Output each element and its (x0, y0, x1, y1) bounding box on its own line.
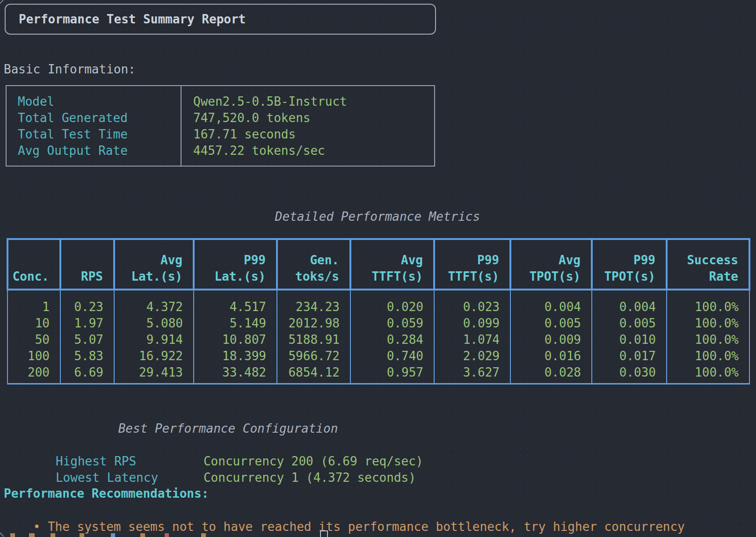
metrics-table-title: Detailed Performance Metrics (7, 209, 749, 225)
terminal-cursor (320, 530, 328, 537)
table-cell: 0.957 (350, 364, 434, 384)
table-cell: 5.07 (60, 332, 114, 348)
table-cell: 0.009 (510, 332, 592, 348)
info-value: 747,520.0 tokens (193, 110, 434, 126)
metrics-table: Conc.RPSAvg Lat.(s)P99 Lat.(s)Gen. toks/… (7, 238, 750, 385)
table-cell: 5.080 (114, 315, 194, 332)
table-cell: 0.005 (510, 315, 592, 332)
table-cell: 100.0% (667, 332, 749, 348)
metrics-header-row: Conc.RPSAvg Lat.(s)P99 Lat.(s)Gen. toks/… (7, 239, 749, 290)
table-cell: 10 (7, 315, 60, 332)
table-cell: 0.016 (510, 348, 592, 364)
report-title: Performance Test Summary Report (19, 11, 246, 28)
clipped-glyph-fragment (140, 533, 145, 537)
metrics-header: Conc.RPSAvg Lat.(s)P99 Lat.(s)Gen. toks/… (7, 239, 749, 290)
recommendations-heading: Performance Recommendations: (4, 486, 209, 502)
table-cell: 200 (7, 364, 60, 384)
table-cell: 0.23 (60, 290, 114, 315)
clipped-glyph-fragment (10, 533, 15, 537)
table-cell: 2012.98 (277, 315, 350, 332)
column-header: Avg TPOT(s) (510, 239, 592, 290)
info-value: 4457.22 tokens/sec (193, 143, 434, 159)
table-cell: 0.740 (350, 348, 434, 364)
metrics-body: 10.234.3724.517234.230.0200.0230.0040.00… (7, 290, 749, 384)
column-header: P99 TTFT(s) (434, 239, 510, 290)
table-cell: 0.010 (592, 332, 667, 348)
clipped-glyph-fragment (80, 533, 84, 537)
table-cell: 5188.91 (277, 332, 350, 348)
table-cell: 4.517 (194, 290, 277, 315)
clipped-glyph-fragment (51, 533, 55, 537)
clipped-glyph-fragment (0, 0, 4, 5)
best-config-label: Lowest Latency (56, 470, 204, 486)
best-config-rows: Highest RPSConcurrency 200 (6.69 req/sec… (12, 437, 423, 470)
table-cell: 6.69 (60, 364, 114, 384)
table-cell: 5.83 (60, 348, 114, 364)
table-row: 1005.8316.92218.3995966.720.7402.0290.01… (7, 348, 749, 364)
info-label: Model (18, 94, 181, 110)
table-cell: 100.0% (667, 364, 749, 384)
terminal-screen: Performance Test Summary Report Basic In… (0, 0, 756, 537)
table-row: 505.079.91410.8075188.910.2841.0740.0090… (7, 332, 749, 348)
column-header: P99 Lat.(s) (194, 239, 277, 290)
clipped-glyph-fragment (201, 533, 206, 537)
recommendation-item: • The system seems not to have reached i… (4, 502, 685, 537)
table-cell: 0.028 (510, 364, 592, 384)
info-value: Qwen2.5-0.5B-Instruct (193, 94, 434, 110)
table-cell: 10.807 (194, 332, 277, 348)
table-cell: 4.372 (114, 290, 194, 315)
column-header: Avg Lat.(s) (114, 239, 194, 290)
table-row: 2006.6929.41333.4826854.120.9573.6270.02… (7, 364, 749, 384)
table-cell: 100 (7, 348, 60, 364)
table-cell: 234.23 (277, 290, 350, 315)
basic-info-labels: ModelTotal GeneratedTotal Test TimeAvg O… (7, 86, 181, 166)
best-config-value: Concurrency 200 (6.69 req/sec) (204, 454, 423, 468)
table-cell: 29.413 (114, 364, 194, 384)
table-cell: 1.074 (434, 332, 510, 348)
table-cell: 0.020 (350, 290, 434, 315)
table-cell: 5.149 (194, 315, 277, 332)
table-cell: 0.030 (592, 364, 667, 384)
table-row: 101.975.0805.1492012.980.0590.0990.0050.… (7, 315, 749, 332)
table-cell: 16.922 (114, 348, 194, 364)
best-config-row: Highest RPSConcurrency 200 (6.69 req/sec… (12, 437, 423, 453)
table-cell: 0.099 (434, 315, 510, 332)
table-cell: 5966.72 (277, 348, 350, 364)
recommendation-text: The system seems not to have reached its… (48, 520, 685, 534)
table-cell: 0.004 (510, 290, 592, 315)
info-label: Total Generated (18, 110, 181, 126)
info-label: Avg Output Rate (18, 143, 181, 159)
column-header: Success Rate (667, 239, 749, 290)
table-cell: 100.0% (667, 348, 749, 364)
column-header: Gen. toks/s (277, 239, 350, 290)
table-cell: 0.284 (350, 332, 434, 348)
best-config-value: Concurrency 1 (4.372 seconds) (204, 471, 416, 485)
column-header: Conc. (7, 239, 60, 290)
table-cell: 9.914 (114, 332, 194, 348)
clipped-glyph-fragment (165, 533, 169, 537)
best-config-label: Highest RPS (56, 453, 204, 470)
table-cell: 6854.12 (277, 364, 350, 384)
table-cell: 18.399 (194, 348, 277, 364)
clipped-glyph-fragment (111, 533, 115, 537)
table-cell: 3.627 (434, 364, 510, 384)
table-cell: 1 (7, 290, 60, 315)
table-cell: 0.023 (434, 290, 510, 315)
table-cell: 0.004 (592, 290, 667, 315)
clipped-glyph-fragment (29, 533, 35, 537)
column-header: RPS (60, 239, 114, 290)
table-cell: 0.005 (592, 315, 667, 332)
table-cell: 50 (7, 332, 60, 348)
report-title-box: Performance Test Summary Report (5, 4, 436, 35)
info-value: 167.71 seconds (193, 126, 434, 143)
basic-info-heading: Basic Information: (4, 61, 136, 78)
info-label: Total Test Time (18, 126, 181, 143)
basic-info-panel: ModelTotal GeneratedTotal Test TimeAvg O… (6, 85, 435, 167)
table-row: 10.234.3724.517234.230.0200.0230.0040.00… (7, 290, 749, 315)
table-cell: 100.0% (667, 290, 749, 315)
column-header: Avg TTFT(s) (350, 239, 434, 290)
basic-info-values: Qwen2.5-0.5B-Instruct747,520.0 tokens167… (181, 86, 434, 166)
table-cell: 0.017 (592, 348, 667, 364)
table-cell: 2.029 (434, 348, 510, 364)
best-config-title: Best Performance Configuration (0, 421, 456, 437)
